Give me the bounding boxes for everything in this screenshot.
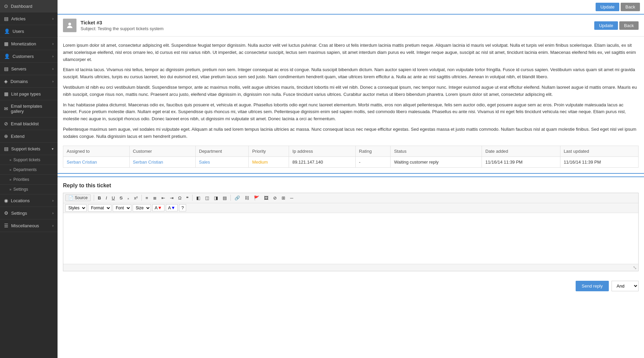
superscript-button[interactable]: x² — [132, 194, 140, 202]
blockquote-button[interactable]: ❝ — [184, 194, 191, 202]
sidebar-item-label: Dashboard — [11, 4, 32, 9]
size-select[interactable]: Size — [133, 204, 151, 212]
sidebar-item-domains[interactable]: ◈ Domains › — [0, 75, 58, 88]
help-button[interactable]: ? — [179, 204, 186, 211]
sidebar-item-email-blacklist[interactable]: ⊘ Email blacklist — [0, 118, 58, 130]
email-templates-icon: ✉ — [4, 106, 8, 111]
align-justify-button[interactable]: ▤ — [221, 194, 229, 202]
table-button[interactable]: ⊞ — [280, 194, 287, 202]
circle-button[interactable]: ⊘ — [271, 194, 279, 202]
sidebar-item-miscellaneous[interactable]: ☰ Miscellaneous › — [0, 219, 58, 232]
resize-icon[interactable]: ⤡ — [633, 265, 637, 270]
unordered-list-button[interactable]: ≣ — [151, 194, 159, 202]
source-icon: 📄 — [68, 195, 73, 200]
ticket-paragraph-2: Etiam id lacinia lacus. Vivamus nisi tel… — [63, 66, 639, 81]
ticket-body: Lorem ipsum dolor sit amet, consectetur … — [63, 42, 639, 140]
ticket-subject: Subject: Testing the support tickets sys… — [81, 26, 163, 31]
ordered-list-button[interactable]: ≡ — [143, 194, 150, 202]
miscellaneous-icon: ☰ — [4, 223, 8, 228]
subscript-button[interactable]: ₓ — [125, 194, 131, 202]
col-date-added: Date added — [482, 146, 560, 156]
italic-button[interactable]: I — [104, 194, 109, 202]
chevron-right-icon: › — [52, 42, 53, 46]
source-button[interactable]: 📄 Source — [65, 194, 91, 201]
toolbar-divider-3 — [192, 195, 193, 201]
sidebar-sub-item-settings[interactable]: » Settings — [0, 185, 58, 194]
sidebar-item-support-tickets[interactable]: ▤ Support tickets ▾ — [0, 143, 58, 155]
chevron-right-icon: › — [52, 17, 53, 21]
special-chars-button[interactable]: Ω — [176, 194, 184, 202]
chevron-right-icon: › — [52, 224, 53, 228]
department-link[interactable]: Sales — [199, 160, 210, 165]
col-rating: Rating — [355, 146, 391, 156]
flag-button[interactable]: 🚩 — [252, 194, 261, 202]
priority-value: Medium — [252, 160, 268, 165]
styles-select[interactable]: Styles — [65, 204, 87, 212]
sidebar-sub-item-label: Departments — [14, 167, 37, 172]
sidebar-item-locations[interactable]: ◉ Locations › — [0, 194, 58, 207]
top-bar: Update Back — [58, 0, 644, 15]
sidebar-item-servers[interactable]: ▤ Servers › — [0, 63, 58, 75]
bold-button[interactable]: B — [96, 194, 103, 202]
hr-button[interactable]: ─ — [288, 194, 295, 202]
section-divider — [58, 173, 644, 174]
sidebar-sub-item-support-tickets[interactable]: » Support tickets — [0, 155, 58, 165]
send-reply-select[interactable]: And — [612, 281, 639, 291]
sidebar-item-email-templates-gallery[interactable]: ✉ Email templates gallery — [0, 100, 58, 118]
send-reply-area: Send reply And — [58, 277, 644, 295]
sidebar-item-label: List page types — [11, 91, 41, 97]
sidebar-item-list-page-types[interactable]: ▦ List page types — [0, 88, 58, 100]
sidebar-item-monetization[interactable]: ▦ Monetization › — [0, 38, 58, 50]
indent-decrease-button[interactable]: ⇤ — [159, 194, 167, 202]
sidebar-item-settings[interactable]: ⚙ Settings › — [0, 207, 58, 219]
link-button[interactable]: 🔗 — [232, 194, 242, 202]
font-color-button[interactable]: A▼ — [152, 204, 164, 211]
sidebar-item-users[interactable]: 👤 Users — [0, 25, 58, 38]
sidebar: ⊙ Dashboard ▤ Articles › 👤 Users ▦ Monet… — [0, 0, 58, 358]
customer-link[interactable]: Serban Cristian — [133, 160, 163, 165]
sidebar-item-dashboard[interactable]: ⊙ Dashboard — [0, 0, 58, 13]
sidebar-sub-item-priorities[interactable]: » Priorities — [0, 175, 58, 185]
sidebar-sub-item-label: Settings — [14, 187, 28, 192]
image-button[interactable]: 🖼 — [262, 194, 270, 202]
sidebar-item-label: Email blacklist — [11, 121, 39, 126]
back-button-2[interactable]: Back — [619, 21, 639, 30]
ticket-header: Ticket #3 Subject: Testing the support t… — [58, 15, 644, 37]
chevron-right-icon: › — [52, 199, 53, 203]
send-reply-button[interactable]: Send reply — [576, 281, 609, 291]
reply-editor-body[interactable] — [63, 213, 638, 264]
sidebar-item-label: Monetization — [11, 41, 36, 46]
users-icon: 👤 — [4, 28, 10, 34]
font-bgcolor-button[interactable]: A▼ — [166, 204, 178, 211]
chevron-right-icon: › — [52, 55, 53, 58]
align-center-button[interactable]: ◫ — [203, 194, 211, 202]
unlink-button[interactable]: ⛓ — [243, 194, 251, 202]
sidebar-item-customers[interactable]: 👤 Customers › — [0, 50, 58, 63]
format-select[interactable]: Format — [88, 204, 111, 212]
font-select[interactable]: Font — [113, 204, 131, 212]
sub-arrow-icon: » — [9, 178, 12, 182]
indent-increase-button[interactable]: ⇥ — [168, 194, 176, 202]
sidebar-item-label: Support tickets — [11, 146, 40, 151]
articles-icon: ▤ — [4, 16, 8, 21]
toolbar-divider-4 — [230, 195, 231, 201]
align-right-button[interactable]: ◨ — [212, 194, 220, 202]
underline-button[interactable]: U — [110, 194, 117, 202]
strikethrough-button[interactable]: S — [117, 194, 125, 202]
ticket-paragraph-4: In hac habitasse platea dictumst. Maecen… — [63, 102, 639, 123]
col-priority: Priority — [249, 146, 289, 156]
back-button[interactable]: Back — [621, 3, 640, 11]
sidebar-item-label: Customers — [13, 54, 34, 59]
sidebar-item-extend[interactable]: ⊕ Extend — [0, 130, 58, 143]
servers-icon: ▤ — [4, 66, 8, 71]
col-last-updated: Last updated — [560, 146, 638, 156]
align-left-button[interactable]: ◧ — [194, 194, 202, 202]
sidebar-sub-item-departments[interactable]: » Departments — [0, 165, 58, 175]
locations-icon: ◉ — [4, 198, 8, 203]
reply-title: Reply to this ticket — [63, 183, 639, 189]
sidebar-item-articles[interactable]: ▤ Articles › — [0, 13, 58, 25]
update-button[interactable]: Update — [596, 3, 619, 11]
assigned-to-link[interactable]: Serban Cristian — [67, 160, 97, 165]
chevron-right-icon: › — [52, 211, 53, 215]
update-button-2[interactable]: Update — [594, 21, 618, 30]
